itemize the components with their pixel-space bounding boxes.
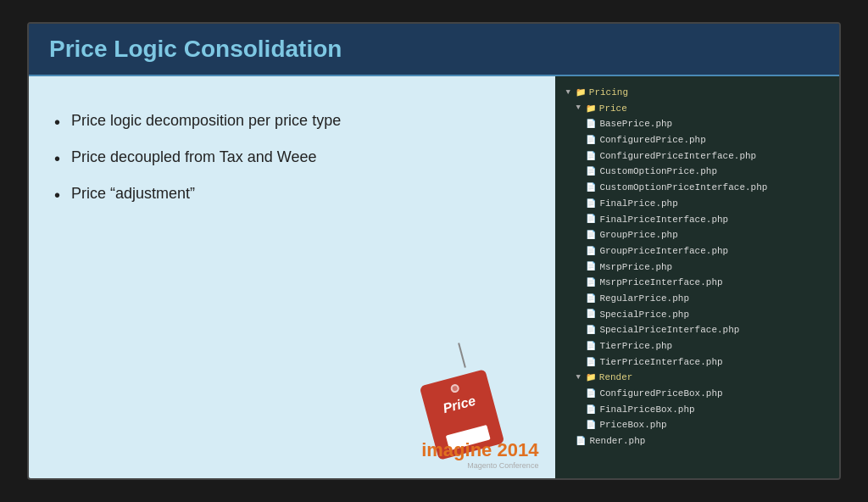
file-icon: 📄 bbox=[586, 133, 596, 148]
file-label: ConfiguredPriceBox.php bbox=[599, 386, 722, 402]
file-label: ConfiguredPriceInterface.php bbox=[599, 148, 756, 165]
file-label: GroupPriceInterface.php bbox=[599, 243, 728, 259]
folder-icon: 📁 bbox=[586, 371, 596, 385]
file-icon: 📄 bbox=[586, 418, 596, 432]
folder-icon: 📁 bbox=[586, 102, 596, 116]
file-icon: 📄 bbox=[586, 307, 596, 321]
file-tree: ▼ 📁 Pricing ▼ 📁 Price 📄 BasePrice.php 📄 … bbox=[565, 85, 829, 449]
file-specialpriceinterface: 📄 SpecialPriceInterface.php bbox=[565, 322, 829, 338]
file-pricebox: 📄 PriceBox.php bbox=[565, 417, 829, 433]
brand-year: 2014 bbox=[497, 439, 538, 460]
file-specialprice: 📄 SpecialPrice.php bbox=[565, 307, 829, 323]
file-tree-panel: ▼ 📁 Pricing ▼ 📁 Price 📄 BasePrice.php 📄 … bbox=[555, 76, 839, 478]
file-render-php: 📄 Render.php bbox=[565, 433, 829, 449]
slide-left-panel: Price logic decomposition per price type… bbox=[29, 76, 555, 478]
file-icon: 📄 bbox=[586, 355, 596, 370]
folder-icon: 📁 bbox=[576, 86, 586, 100]
root-folder-label: Pricing bbox=[589, 85, 628, 101]
slide-footer: imagine 2014 Magento Conference bbox=[421, 439, 538, 470]
arrow-icon: ▼ bbox=[576, 371, 580, 384]
file-groupprice: 📄 GroupPrice.php bbox=[565, 227, 829, 243]
render-folder-label: Render bbox=[599, 370, 633, 386]
file-configuredpriceinterface: 📄 ConfiguredPriceInterface.php bbox=[565, 148, 829, 165]
file-msrppriceinterface: 📄 MsrpPriceInterface.php bbox=[565, 275, 829, 291]
file-configuredpricebox: 📄 ConfiguredPriceBox.php bbox=[565, 386, 829, 402]
file-baseprice: 📄 BasePrice.php bbox=[565, 116, 829, 132]
file-icon: 📄 bbox=[586, 228, 596, 243]
file-label: CustomOptionPrice.php bbox=[599, 164, 717, 180]
file-icon: 📄 bbox=[586, 387, 596, 401]
file-icon: 📄 bbox=[586, 339, 596, 354]
arrow-icon: ▼ bbox=[576, 102, 580, 114]
file-customoptionprice: 📄 CustomOptionPrice.php bbox=[565, 164, 829, 180]
file-label: CustomOptionPriceInterface.php bbox=[599, 180, 767, 196]
file-icon: 📄 bbox=[576, 434, 586, 449]
file-label: FinalPriceBox.php bbox=[599, 402, 694, 418]
file-label: BasePrice.php bbox=[599, 116, 672, 132]
file-tierpriceinterface: 📄 TierPriceInterface.php bbox=[565, 354, 829, 371]
file-label: MsrpPrice.php bbox=[599, 259, 672, 276]
file-icon: 📄 bbox=[586, 149, 596, 164]
file-customoptionpriceinterface: 📄 CustomOptionPriceInterface.php bbox=[565, 180, 829, 196]
tree-root: ▼ 📁 Pricing bbox=[565, 85, 829, 101]
bullet-list: Price logic decomposition per price type… bbox=[54, 110, 530, 205]
price-tag-hole bbox=[450, 383, 460, 393]
file-icon: 📄 bbox=[586, 403, 596, 417]
file-tierprice: 📄 TierPrice.php bbox=[565, 338, 829, 354]
brand-name: imagine 2014 bbox=[421, 439, 538, 461]
bullet-item-1: Price logic decomposition per price type bbox=[54, 110, 530, 131]
file-label: MsrpPriceInterface.php bbox=[599, 275, 722, 291]
file-icon: 📄 bbox=[586, 181, 596, 195]
file-finalprice: 📄 FinalPrice.php bbox=[565, 196, 829, 212]
file-icon: 📄 bbox=[586, 323, 596, 337]
file-label: Render.php bbox=[589, 433, 645, 449]
file-label: TierPrice.php bbox=[599, 338, 672, 354]
file-icon: 📄 bbox=[586, 165, 596, 179]
file-icon: 📄 bbox=[586, 117, 596, 131]
file-configuredprice: 📄 ConfiguredPrice.php bbox=[565, 132, 829, 148]
file-finalpriceinterface: 📄 FinalPriceInterface.php bbox=[565, 212, 829, 228]
file-label: SpecialPrice.php bbox=[599, 307, 689, 323]
file-label: PriceBox.php bbox=[599, 417, 666, 433]
file-finalpricebox: 📄 FinalPriceBox.php bbox=[565, 402, 829, 418]
title-text: Price Logic Consolidation bbox=[49, 36, 342, 62]
file-label: TierPriceInterface.php bbox=[599, 354, 722, 371]
file-label: FinalPrice.php bbox=[599, 196, 677, 212]
file-label: SpecialPriceInterface.php bbox=[599, 322, 739, 338]
file-msrpprice: 📄 MsrpPrice.php bbox=[565, 259, 829, 276]
tree-render-folder: ▼ 📁 Render bbox=[565, 370, 829, 386]
file-icon: 📄 bbox=[586, 292, 596, 306]
file-label: FinalPriceInterface.php bbox=[599, 212, 728, 228]
slide-container: Price Logic Consolidation Price logic de… bbox=[27, 22, 841, 480]
bullet-item-2: Price decoupled from Tax and Weee bbox=[54, 147, 530, 168]
file-label: RegularPrice.php bbox=[599, 291, 689, 307]
file-label: GroupPrice.php bbox=[599, 227, 677, 243]
bullet-item-3: Price “adjustment” bbox=[54, 183, 530, 204]
file-icon: 📄 bbox=[586, 212, 596, 226]
price-tag-string bbox=[459, 343, 467, 367]
file-grouppriceinterface: 📄 GroupPriceInterface.php bbox=[565, 243, 829, 259]
file-icon: 📄 bbox=[586, 244, 596, 259]
slide-body: Price logic decomposition per price type… bbox=[29, 76, 839, 478]
file-label: ConfiguredPrice.php bbox=[599, 132, 705, 148]
price-tag-text: Price bbox=[442, 393, 477, 416]
file-icon: 📄 bbox=[586, 197, 596, 211]
brand-sub: Magento Conference bbox=[421, 461, 538, 470]
file-icon: 📄 bbox=[586, 259, 596, 274]
arrow-icon: ▼ bbox=[565, 86, 570, 99]
file-regularprice: 📄 RegularPrice.php bbox=[565, 291, 829, 307]
slide-title: Price Logic Consolidation bbox=[29, 24, 839, 76]
tree-price-folder: ▼ 📁 Price bbox=[565, 101, 829, 117]
price-folder-label: Price bbox=[599, 101, 627, 117]
file-icon: 📄 bbox=[586, 276, 596, 290]
